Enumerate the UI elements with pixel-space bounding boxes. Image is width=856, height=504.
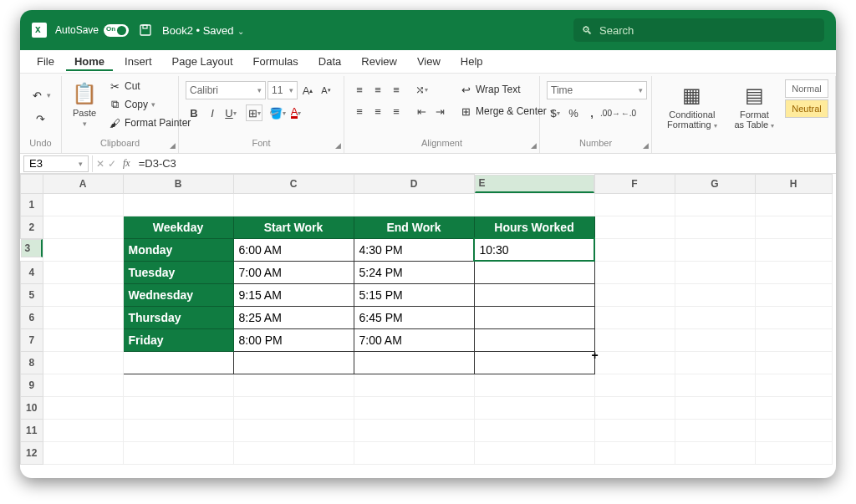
undo-button[interactable]: ↶▾ xyxy=(28,87,54,104)
cell[interactable] xyxy=(594,441,675,464)
row-header[interactable]: 12 xyxy=(21,441,43,464)
comma-button[interactable]: , xyxy=(583,104,600,121)
cell-style-normal[interactable]: Normal xyxy=(785,79,828,98)
number-dialog-launcher[interactable]: ◢ xyxy=(643,141,649,150)
col-header-F[interactable]: F xyxy=(594,175,675,194)
cell[interactable] xyxy=(43,396,123,419)
cell[interactable] xyxy=(594,216,675,238)
col-header-G[interactable]: G xyxy=(675,175,755,194)
row-header[interactable]: 9 xyxy=(21,374,43,396)
row-header[interactable]: 4 xyxy=(21,261,43,283)
cell[interactable] xyxy=(755,261,832,283)
cell[interactable]: Thursday xyxy=(123,306,233,328)
cell[interactable] xyxy=(474,261,594,283)
cell[interactable]: 6:00 AM xyxy=(233,238,354,261)
alignment-dialog-launcher[interactable]: ◢ xyxy=(531,141,537,150)
percent-button[interactable]: % xyxy=(565,104,582,121)
paste-button[interactable]: 📋 Paste ▾ xyxy=(67,78,102,131)
cell[interactable] xyxy=(233,396,354,419)
increase-indent-button[interactable]: ⇥ xyxy=(431,103,448,120)
cell[interactable] xyxy=(594,328,675,351)
cell[interactable] xyxy=(474,441,594,464)
decrease-decimal-button[interactable]: ←.0 xyxy=(620,104,637,121)
col-header-D[interactable]: D xyxy=(354,175,474,194)
tab-help[interactable]: Help xyxy=(452,52,492,71)
col-header-E[interactable]: E xyxy=(475,175,594,193)
cell[interactable] xyxy=(675,351,755,374)
cell[interactable] xyxy=(594,419,675,441)
cell[interactable] xyxy=(594,396,675,419)
cell[interactable]: Weekday xyxy=(123,216,233,238)
search-box[interactable]: 🔍︎ xyxy=(573,18,824,42)
tab-view[interactable]: View xyxy=(409,52,449,71)
cell[interactable]: Wednesday xyxy=(123,283,233,306)
cell[interactable]: 5:15 PM xyxy=(354,283,474,306)
cell[interactable] xyxy=(675,419,755,441)
cell[interactable] xyxy=(43,283,123,306)
cell[interactable]: 6:45 PM xyxy=(354,306,474,328)
col-header-H[interactable]: H xyxy=(755,175,832,194)
align-center-button[interactable]: ≡ xyxy=(369,103,386,120)
cell[interactable] xyxy=(755,351,832,374)
tab-review[interactable]: Review xyxy=(353,52,405,71)
cell[interactable] xyxy=(43,216,123,238)
fx-icon[interactable]: fx xyxy=(120,157,134,170)
decrease-font-button[interactable]: A▾ xyxy=(318,82,334,99)
col-header-C[interactable]: C xyxy=(233,175,354,194)
cell[interactable] xyxy=(755,193,832,216)
cell[interactable] xyxy=(755,396,832,419)
cell[interactable] xyxy=(474,374,594,396)
row-header[interactable]: 10 xyxy=(21,396,43,419)
row-header[interactable]: 2 xyxy=(21,216,43,238)
cell[interactable] xyxy=(233,374,354,396)
document-title[interactable]: Book2 • Saved⌄ xyxy=(162,24,244,37)
fill-color-button[interactable]: 🪣▾ xyxy=(269,104,286,121)
cell[interactable] xyxy=(474,283,594,306)
redo-button[interactable]: ↷ xyxy=(32,110,50,127)
cell[interactable] xyxy=(354,396,474,419)
font-size-select[interactable]: 11▾ xyxy=(268,81,298,99)
border-button[interactable]: ⊞▾ xyxy=(246,104,262,121)
number-format-select[interactable]: Time▾ xyxy=(547,81,647,99)
cell[interactable] xyxy=(755,283,832,306)
cell[interactable] xyxy=(123,419,233,441)
cell[interactable] xyxy=(675,328,755,351)
cell[interactable] xyxy=(755,441,832,464)
tab-insert[interactable]: Insert xyxy=(116,52,160,71)
decrease-indent-button[interactable]: ⇤ xyxy=(413,103,430,120)
col-header-B[interactable]: B xyxy=(123,175,233,194)
tab-file[interactable]: File xyxy=(28,52,63,71)
orientation-button[interactable]: ⤭▾ xyxy=(413,81,430,98)
cell[interactable] xyxy=(354,351,474,374)
tab-formulas[interactable]: Formulas xyxy=(245,52,307,71)
cell[interactable] xyxy=(594,193,675,216)
cell[interactable] xyxy=(354,193,474,216)
cell[interactable] xyxy=(354,419,474,441)
clipboard-dialog-launcher[interactable]: ◢ xyxy=(170,141,176,150)
cell[interactable] xyxy=(675,441,755,464)
cell[interactable] xyxy=(43,306,123,328)
col-header-A[interactable]: A xyxy=(43,175,123,194)
cell[interactable] xyxy=(755,238,832,261)
font-name-select[interactable]: Calibri▾ xyxy=(186,81,266,99)
row-header[interactable]: 8 xyxy=(21,351,43,374)
format-as-table-button[interactable]: ▤ Format as Table ▾ xyxy=(729,79,780,135)
cell[interactable] xyxy=(43,193,123,216)
cell[interactable] xyxy=(123,374,233,396)
cell[interactable] xyxy=(675,261,755,283)
cell[interactable]: 8:00 PM xyxy=(233,328,354,351)
row-header[interactable]: 11 xyxy=(21,419,43,441)
cell[interactable] xyxy=(43,374,123,396)
cell[interactable] xyxy=(123,351,233,374)
fill-handle-icon[interactable]: + xyxy=(592,349,600,357)
cell[interactable] xyxy=(43,351,123,374)
cell[interactable] xyxy=(755,216,832,238)
cell[interactable]: 5:24 PM xyxy=(354,261,474,283)
cell[interactable] xyxy=(43,328,123,351)
cell[interactable] xyxy=(474,396,594,419)
cell[interactable] xyxy=(755,374,832,396)
cell[interactable] xyxy=(43,261,123,283)
select-all-corner[interactable] xyxy=(21,175,43,194)
cell[interactable] xyxy=(675,396,755,419)
tab-home[interactable]: Home xyxy=(66,52,113,71)
